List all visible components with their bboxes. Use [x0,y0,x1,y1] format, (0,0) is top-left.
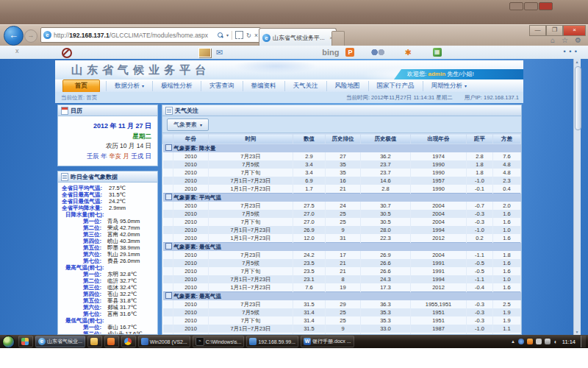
taskbar-item[interactable] [104,336,119,347]
refresh-icon[interactable]: ↻ [246,32,251,39]
compatibility-view-icon[interactable] [235,31,243,39]
bg-minimize-icon[interactable] [509,2,523,10]
nav-item[interactable]: 风险地图 [326,81,368,91]
nav-item[interactable]: 首页 [62,79,100,93]
taskbar-item[interactable] [87,336,102,347]
table-cell: -1.1 [467,251,493,259]
toolbar-close-label[interactable]: x [15,47,19,54]
taskbar-item[interactable]: W银行手册.docx ... [301,336,354,347]
scrollbar-thumb[interactable] [575,66,581,130]
tray-app-icon[interactable] [518,339,524,344]
taskbar-item[interactable] [18,336,33,347]
table-cell: 2004 [411,251,467,259]
search-icon[interactable] [218,32,223,38]
pdf-icon[interactable]: P [345,48,354,57]
table-cell: 2.8 [467,152,493,160]
column-header[interactable]: 数值 [293,134,326,144]
maximize-icon[interactable]: ❐ [546,25,563,36]
expand-icon[interactable] [165,243,172,250]
nav-item[interactable]: 极端性分析 [152,81,201,91]
table-cell: 7.6 [293,283,326,292]
stop-icon[interactable]: × [254,32,258,39]
table-cell: -0.3 [467,300,493,308]
column-header[interactable]: 距平 [467,134,493,144]
nav-item[interactable]: 数据分析▾ [106,81,152,91]
nav-item[interactable]: 灾害查询 [201,81,243,91]
new-tab-button[interactable] [331,31,345,46]
group-header-row[interactable]: 气象要素: 平均气温 [163,194,521,202]
table-cell: 7月1日~7月23日 [209,226,293,234]
volume-icon[interactable]: ◖ [553,339,557,345]
start-button[interactable] [2,336,15,348]
tray-expand-icon[interactable]: ▲ [511,339,515,344]
blocked-icon[interactable] [62,48,72,58]
search-dropdown-icon[interactable]: ▾ [226,32,229,38]
puzzle-icon[interactable]: ▦ [433,48,442,57]
home-icon[interactable]: ⌂ [551,36,555,44]
bing-logo[interactable]: bing [322,48,339,57]
settings-gear-icon[interactable]: ⚙ [575,36,581,44]
screenshot-root: ← → e http://192.168.137.1/GLCCLIMATE/mo… [0,0,588,368]
table-cell: 21 [326,259,361,267]
element-filter-button[interactable]: 气象要素▾ [167,118,209,131]
table-cell: 2004 [411,218,467,226]
scroll-up-icon[interactable]: ▲ [574,60,580,64]
row-lead-cell [163,316,173,325]
minimize-icon[interactable]: — [529,25,546,36]
tray-orange-icon[interactable] [527,339,533,344]
table-cell: -1.0 [467,177,493,185]
expand-icon[interactable] [165,144,172,151]
group-header-row[interactable]: 气象要素: 最高气温 [163,292,521,301]
column-header[interactable]: 出现年份 [411,134,467,144]
background-window-controls[interactable] [509,2,553,10]
close-icon[interactable]: × [563,25,586,36]
taskbar-item[interactable] [121,336,136,347]
table-cell: 30.7 [361,202,411,210]
table-cell: -0.3 [467,218,493,226]
table-cell: 25 [326,210,361,218]
browser-tab[interactable]: e 山东省气候业务平... × [259,28,337,46]
column-header[interactable]: 年份 [173,134,209,144]
nav-item[interactable]: 天气关注 [284,81,326,91]
vertical-scrollbar[interactable]: ▲ ▼ [573,59,581,335]
show-desktop-button[interactable] [581,336,586,347]
taskbar-item[interactable]: Win2008 (VS2... [138,336,190,347]
taskbar-item[interactable]: e山东省气候业... [35,336,85,347]
column-header[interactable]: 历史极值 [361,134,411,144]
address-bar[interactable]: e http://192.168.137.1/GLCCLIMATE/module… [40,27,261,43]
column-header[interactable]: 历史排位 [326,134,361,144]
nav-item[interactable]: 周期性分析▾ [423,81,476,91]
taskbar-item[interactable]: 192.168.59.99... [246,336,298,347]
paw-icon[interactable]: ✱ [404,48,411,57]
table-cell: 26.9 [361,251,411,259]
column-header[interactable]: 时间 [209,134,293,144]
forward-button[interactable]: → [24,29,37,43]
mail-icon[interactable]: ✉ [216,48,223,57]
taskbar-item[interactable]: >C:\Windows\s... [193,336,245,347]
flag-icon[interactable] [536,339,542,344]
nav-item[interactable]: 国家下行产品 [368,81,423,91]
column-header[interactable]: 方差 [493,134,521,144]
username: admin [428,71,445,77]
taskbar-clock[interactable]: 11:14 [562,339,576,345]
group-header-row[interactable]: 气象要素: 最低气温 [163,243,521,252]
camera-icon[interactable] [370,48,386,57]
table-cell: 2010 [173,210,209,218]
scroll-down-icon[interactable]: ▼ [574,330,580,334]
network-icon[interactable] [545,339,551,344]
weather-box-header: 昨日全省气象数据 [58,171,157,183]
expand-icon[interactable] [165,194,172,200]
window-controls[interactable]: — ❐ × [529,25,586,36]
bg-close-icon[interactable] [539,2,553,10]
more-icon[interactable]: • • • [564,48,578,55]
nav-item[interactable]: 整编资料 [243,81,284,91]
photos-icon[interactable] [198,48,211,57]
url-text[interactable]: http://192.168.137.1/GLCCLIMATE/modules/… [54,32,215,39]
back-button[interactable]: ← [4,26,24,46]
table-cell: 9 [326,226,361,234]
expand-col-header [163,134,173,144]
group-header-row[interactable]: 气象要素: 降水量 [163,144,521,153]
expand-icon[interactable] [165,292,172,299]
favorites-star-icon[interactable]: ☆ [562,36,568,44]
bg-maximize-icon[interactable] [524,2,538,10]
